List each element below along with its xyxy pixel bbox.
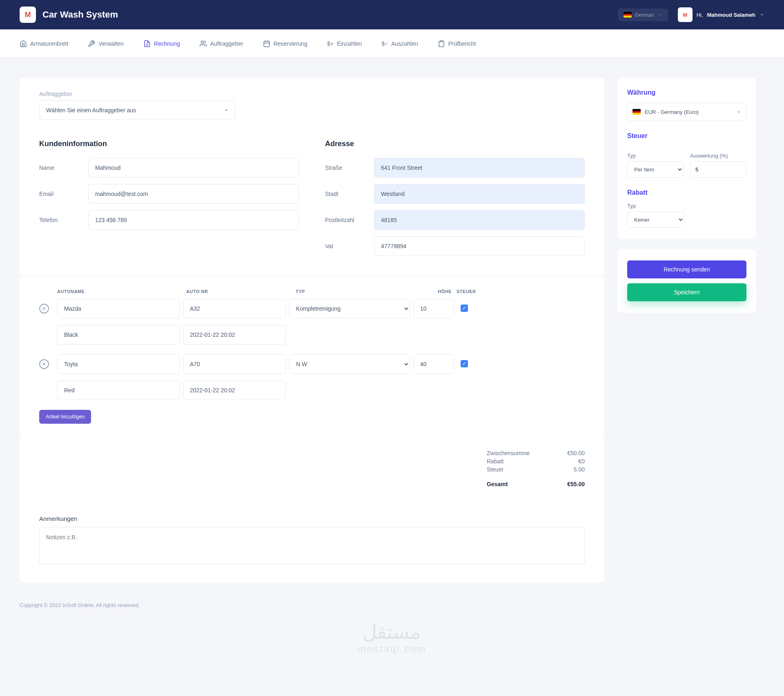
clipboard-icon (438, 40, 445, 47)
save-button[interactable]: Speichern (627, 283, 746, 301)
client-select-value: Wählen Sie einen Auftraggeber aus (46, 107, 136, 113)
discount-label: Rabatt (487, 458, 503, 465)
svg-marker-8 (225, 110, 227, 111)
client-select[interactable]: Wählen Sie einen Auftraggeber aus (39, 100, 235, 120)
remove-item-button[interactable]: ✕ (39, 359, 49, 369)
postal-input[interactable] (374, 210, 585, 230)
flag-de-icon (633, 109, 641, 115)
currency-select[interactable]: EUR - Germany (Euro) (627, 103, 746, 121)
nav-reservation[interactable]: Reservierung (263, 40, 307, 47)
email-input[interactable] (88, 184, 299, 204)
svg-rect-3 (264, 41, 270, 47)
item-name-input[interactable] (57, 354, 180, 374)
item-date-input[interactable] (183, 380, 286, 400)
item-name-input[interactable] (57, 299, 180, 318)
subtotal-value: €50.00 (567, 450, 585, 456)
postal-label: Postleitzahl (325, 217, 374, 223)
tax-type-select[interactable]: Per Item (627, 161, 684, 178)
item-color-input[interactable] (57, 325, 180, 345)
tax-value: 5.00 (574, 466, 585, 473)
item-tax-checkbox[interactable]: ✓ (461, 360, 468, 367)
svg-rect-7 (440, 40, 443, 42)
user-menu[interactable]: M Hi, Mahmoud Salameh (678, 7, 764, 22)
nav-label: Reservierung (274, 40, 307, 47)
header-autoname: AUTONAME (57, 289, 186, 294)
home-icon (20, 40, 27, 47)
send-invoice-button[interactable]: Rechnung senden (627, 260, 746, 278)
user-name: Mahmoud Salameh (707, 12, 755, 18)
discount-type-select[interactable]: Keiner (627, 211, 684, 228)
item-nr-input[interactable] (183, 354, 286, 374)
client-label: Auftraggeber (39, 91, 585, 97)
grand-label: Gesamt (487, 481, 508, 487)
customer-info-section: Kundeninformation Name Email Telefon (39, 140, 299, 262)
notes-textarea[interactable] (39, 527, 585, 565)
email-label: Email (39, 191, 88, 197)
nav-invoice[interactable]: Rechnung (143, 40, 180, 47)
logo: M (20, 7, 36, 23)
avatar: M (678, 7, 693, 22)
street-input[interactable] (374, 158, 585, 178)
language-selector[interactable]: German (618, 9, 668, 21)
item-tax-checkbox[interactable]: ✓ (461, 305, 468, 312)
main-nav: Armaturenbrett Verwalten Rechnung Auftra… (0, 29, 784, 58)
vat-input[interactable] (374, 236, 585, 256)
header-hohe: HÖHE (422, 289, 452, 294)
name-input[interactable] (88, 158, 299, 178)
line-items-card: AUTONAME AUTO NR TYP HÖHE STEUER ✕ Kompl… (20, 276, 604, 437)
chevron-down-icon (657, 12, 662, 17)
items-header: AUTONAME AUTO NR TYP HÖHE STEUER (39, 289, 585, 294)
discount-type-label: Typ (627, 203, 746, 209)
dollar-plus-icon: $+ (327, 40, 334, 47)
wrench-icon (88, 40, 95, 47)
nav-client[interactable]: Auftraggeber (200, 40, 243, 47)
settings-card: Währung EUR - Germany (Euro) Steuer Typ … (617, 78, 756, 239)
app-title: Car Wash System (42, 9, 618, 20)
subtotal-label: Zwischensumme (487, 450, 530, 456)
header-steuer: STEUER (457, 289, 477, 294)
line-item-row: ✕ Kompletreinigung ✓ (39, 299, 585, 345)
header: M Car Wash System German M Hi, Mahmoud S… (0, 0, 784, 29)
dollar-minus-icon: $− (381, 40, 388, 47)
user-greeting: Hi, (697, 12, 703, 18)
add-item-button[interactable]: Artikel hinzufügen (39, 410, 91, 424)
tax-label: Steuer (487, 466, 503, 473)
nav-withdraw[interactable]: $− Auszahlen (381, 40, 418, 47)
notes-card: Anmerkungen (20, 502, 604, 583)
discount-title: Rabatt (627, 189, 746, 196)
language-label: German (635, 12, 654, 18)
remove-item-button[interactable]: ✕ (39, 304, 49, 314)
nav-label: Auftraggeber (210, 40, 243, 47)
nav-deposit[interactable]: $+ Einzahlen (327, 40, 362, 47)
line-item-row: ✕ N.W ✓ (39, 354, 585, 400)
nav-report[interactable]: Prüfbericht (438, 40, 476, 47)
file-icon (143, 40, 151, 47)
name-label: Name (39, 165, 88, 171)
nav-dashboard[interactable]: Armaturenbrett (20, 40, 68, 47)
chevron-down-icon (736, 109, 741, 114)
item-type-select[interactable]: Kompletreinigung (289, 299, 410, 318)
tax-title: Steuer (627, 132, 746, 140)
users-icon (200, 40, 207, 47)
nav-label: Rechnung (154, 40, 180, 47)
nav-label: Verwalten (98, 40, 123, 47)
item-type-select[interactable]: N.W (289, 354, 410, 374)
invoice-form-card: Auftraggeber Wählen Sie einen Auftraggeb… (20, 78, 604, 276)
item-amount-input[interactable] (413, 354, 454, 374)
item-amount-input[interactable] (413, 299, 454, 318)
phone-input[interactable] (88, 210, 299, 230)
currency-title: Währung (627, 89, 746, 96)
nav-label: Auszahlen (391, 40, 418, 47)
city-input[interactable] (374, 184, 585, 204)
nav-manage[interactable]: Verwalten (88, 40, 123, 47)
footer: Copyright © 2022 InSoft Online, All righ… (0, 592, 784, 625)
street-label: Straße (325, 165, 374, 171)
totals-section: Zwischensumme€50.00 Rabatt€0 Steuer5.00 … (20, 437, 604, 502)
item-nr-input[interactable] (183, 299, 286, 318)
item-date-input[interactable] (183, 325, 286, 345)
header-typ: TYP (296, 289, 422, 294)
item-color-input[interactable] (57, 380, 180, 400)
city-label: Stadt (325, 191, 374, 197)
grand-value: €55.00 (567, 481, 585, 487)
tax-eval-input[interactable] (690, 161, 746, 178)
